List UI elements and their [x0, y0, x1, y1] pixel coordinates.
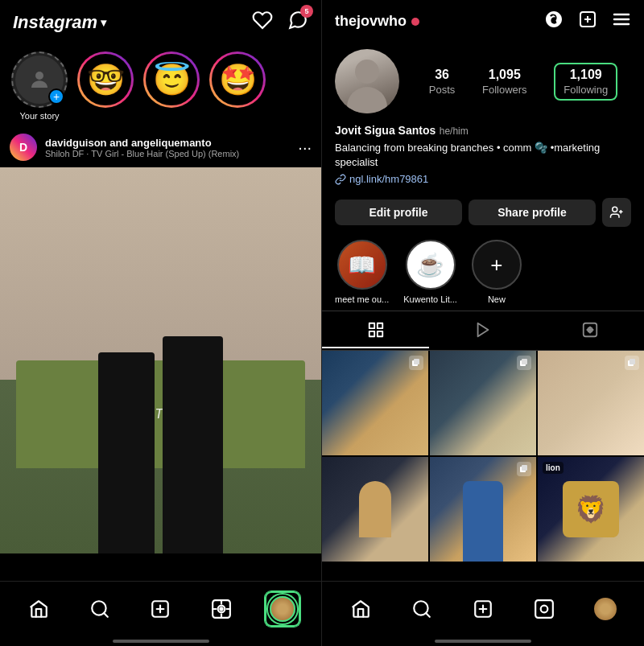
story-ring-3: 🤩: [209, 51, 266, 108]
left-bottom-nav: [0, 581, 321, 636]
story-item-2[interactable]: 😇: [143, 51, 200, 121]
post-image[interactable]: DESTREE: [0, 167, 321, 553]
edit-profile-button[interactable]: Edit profile: [335, 200, 462, 225]
svg-rect-32: [522, 359, 527, 364]
followers-stat: 1,095 Followers: [482, 68, 527, 96]
right-home-indicator: [435, 640, 531, 643]
left-header: Instagram ▾ 5: [0, 0, 321, 45]
profile-username: thejovwho: [335, 13, 419, 30]
tab-tagged[interactable]: [537, 313, 644, 348]
right-header-action-icons: [544, 10, 631, 33]
menu-icon[interactable]: [612, 10, 631, 33]
highlight-circle-1: 📖: [337, 240, 387, 290]
multi-photo-icon-5: [517, 462, 531, 476]
svg-line-2: [104, 613, 108, 617]
svg-rect-22: [369, 323, 374, 328]
story-label: Your story: [19, 111, 59, 121]
right-nav-search-button[interactable]: [404, 591, 440, 627]
your-story-avatar: +: [11, 51, 68, 108]
share-profile-button[interactable]: Share profile: [469, 200, 596, 225]
highlights-row: 📖 meet me ou... ☕ Kuwento Lit... + New: [322, 233, 644, 311]
stories-row: + Your story 🤓 😇 🤩: [0, 45, 321, 127]
highlight-item-1[interactable]: 📖 meet me ou...: [335, 240, 389, 304]
svg-rect-23: [377, 323, 382, 328]
posts-count: 36: [435, 68, 449, 82]
story-item-1[interactable]: 🤓: [77, 51, 134, 121]
tab-reels[interactable]: [429, 313, 536, 348]
post-avatar: D: [10, 134, 37, 161]
story-item-3[interactable]: 🤩: [209, 51, 266, 121]
live-dot-icon: [411, 18, 419, 26]
tabs-row: [322, 311, 644, 351]
highlight-item-2[interactable]: ☕ Kuwento Lit...: [403, 240, 457, 304]
svg-rect-30: [414, 359, 419, 364]
svg-point-19: [613, 208, 617, 212]
avatar-head: [355, 60, 379, 84]
heart-icon[interactable]: [252, 10, 273, 35]
following-stat[interactable]: 1,109 Following: [554, 63, 617, 101]
profile-top: 36 Posts 1,095 Followers 1,109 Following: [335, 49, 631, 113]
svg-line-38: [426, 613, 430, 617]
nav-reels-button[interactable]: [204, 591, 239, 627]
profile-full-name: Jovit Sigua Santos: [335, 124, 436, 137]
notification-badge: 5: [300, 5, 313, 18]
right-bottom-nav: [322, 581, 644, 636]
post-more-icon[interactable]: ···: [298, 138, 312, 157]
story-ring-1: 🤓: [77, 51, 134, 108]
grid-cell-5[interactable]: [430, 457, 536, 562]
story-ring-2: 😇: [143, 51, 200, 108]
post-song: Shiloh DF · TV Girl - Blue Hair (Sped Up…: [45, 149, 290, 158]
multi-photo-icon-1: [409, 356, 423, 370]
svg-rect-42: [535, 600, 553, 618]
nav-profile-avatar: [270, 596, 295, 622]
svg-rect-24: [369, 331, 374, 336]
multi-photo-icon-3: [625, 356, 639, 370]
person-silhouette-1: [98, 352, 155, 553]
multi-photo-icon-2: [517, 356, 531, 370]
following-count: 1,109: [570, 68, 602, 82]
grid-cell-2[interactable]: [430, 351, 536, 455]
profile-section: 36 Posts 1,095 Followers 1,109 Following…: [322, 43, 644, 191]
threads-icon[interactable]: [544, 10, 564, 33]
highlight-circle-new: +: [472, 240, 522, 290]
add-content-icon[interactable]: [578, 10, 597, 33]
header-action-icons: 5: [252, 10, 308, 35]
feed-post: D davidguison and angeliquemanto Shiloh …: [0, 127, 321, 581]
avatar-body: [347, 87, 387, 113]
svg-rect-34: [630, 359, 635, 364]
profile-picture: [335, 49, 399, 113]
direct-message-icon[interactable]: 5: [287, 10, 308, 35]
grid-cell-6[interactable]: 🦁 lion: [538, 457, 644, 562]
home-indicator: [113, 640, 209, 643]
nav-home-button[interactable]: [21, 591, 56, 627]
right-nav-profile-button[interactable]: [588, 591, 623, 627]
dropdown-chevron-icon[interactable]: ▾: [101, 16, 106, 29]
add-story-btn[interactable]: +: [48, 88, 64, 105]
nav-profile-button[interactable]: [265, 591, 300, 627]
followers-label: Followers: [482, 84, 527, 96]
svg-point-0: [35, 72, 43, 80]
stats-row: 36 Posts 1,095 Followers 1,109 Following: [415, 63, 631, 101]
right-nav-add-button[interactable]: [465, 591, 501, 627]
add-person-button[interactable]: [602, 198, 631, 227]
highlight-item-new[interactable]: + New: [472, 240, 522, 304]
right-nav-profile-avatar: [594, 598, 617, 620]
profile-pronouns: he/him: [440, 125, 469, 137]
right-nav-reels-button[interactable]: [526, 591, 562, 627]
your-story-item[interactable]: + Your story: [11, 51, 68, 121]
right-header: thejovwho: [322, 0, 644, 43]
tab-grid[interactable]: [322, 313, 429, 348]
instagram-logo: Instagram ▾: [13, 12, 106, 33]
right-nav-home-button[interactable]: [343, 591, 378, 627]
grid-cell-3[interactable]: [538, 351, 644, 455]
grid-cell-4[interactable]: [322, 457, 428, 562]
post-header: D davidguison and angeliquemanto Shiloh …: [0, 127, 321, 167]
post-username: davidguison and angeliquemanto: [45, 137, 290, 149]
svg-point-8: [221, 607, 223, 610]
nav-add-button[interactable]: [142, 591, 178, 627]
highlight-label-new: New: [488, 294, 506, 304]
profile-link[interactable]: ngl.link/hm79861: [335, 173, 631, 185]
svg-rect-36: [522, 465, 527, 471]
nav-search-button[interactable]: [82, 591, 118, 627]
grid-cell-1[interactable]: [322, 351, 428, 455]
